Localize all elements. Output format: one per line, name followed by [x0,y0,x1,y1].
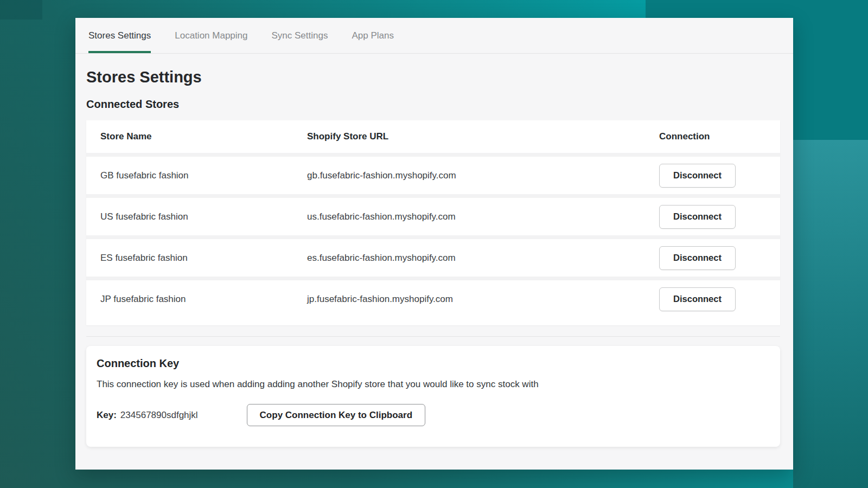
background-block-right [793,140,868,488]
store-name-cell: ES fusefabric fashion [100,253,307,264]
store-name-cell: US fusefabric fashion [100,211,307,222]
row-separator [86,277,780,280]
connection-cell: Disconnect [659,287,780,311]
tab-location-mapping[interactable]: Location Mapping [175,18,247,53]
tab-sync-settings[interactable]: Sync Settings [272,18,328,53]
settings-panel: Stores Settings Location Mapping Sync Se… [75,18,793,470]
tab-stores-settings[interactable]: Stores Settings [88,18,151,53]
table-header-row: Store Name Shopify Store URL Connection [86,120,780,153]
connection-key-title: Connection Key [97,357,769,370]
disconnect-button[interactable]: Disconnect [659,205,736,229]
section-divider [86,336,780,337]
key-label: Key: [97,410,117,421]
connection-cell: Disconnect [659,205,780,229]
table-row: JP fusefabric fashion jp.fusefabric-fash… [86,280,780,318]
section-title-connected-stores: Connected Stores [86,98,780,111]
connected-stores-table: Store Name Shopify Store URL Connection … [86,120,780,325]
store-url-cell: gb.fusefabric-fashion.myshopify.com [307,170,659,181]
disconnect-button[interactable]: Disconnect [659,164,736,188]
tab-content: Stores Settings Connected Stores Store N… [75,54,793,447]
tab-bar: Stores Settings Location Mapping Sync Se… [75,18,793,54]
column-header-store-url: Shopify Store URL [307,131,659,142]
table-row: GB fusefabric fashion gb.fusefabric-fash… [86,157,780,194]
row-separator [86,153,780,157]
store-url-cell: es.fusefabric-fashion.myshopify.com [307,253,659,264]
background-block-top-left [0,0,42,20]
store-url-cell: jp.fusefabric-fashion.myshopify.com [307,294,659,305]
connection-key-row: Key: 234567890sdfghjkl Copy Connection K… [97,404,769,426]
connection-cell: Disconnect [659,246,780,270]
store-name-cell: JP fusefabric fashion [100,294,307,305]
connection-key-description: This connection key is used when adding … [97,379,769,390]
column-header-store-name: Store Name [100,131,307,142]
connection-key-card: Connection Key This connection key is us… [86,346,780,447]
key-value: 234567890sdfghjkl [120,410,198,421]
row-separator [86,194,780,198]
row-separator [86,235,780,239]
table-row: ES fusefabric fashion es.fusefabric-fash… [86,239,780,277]
column-header-connection: Connection [659,131,780,142]
connection-cell: Disconnect [659,164,780,188]
store-url-cell: us.fusefabric-fashion.myshopify.com [307,211,659,222]
store-name-cell: GB fusefabric fashion [100,170,307,181]
table-row: US fusefabric fashion us.fusefabric-fash… [86,198,780,235]
page-title: Stores Settings [86,68,780,86]
disconnect-button[interactable]: Disconnect [659,287,736,311]
disconnect-button[interactable]: Disconnect [659,246,736,270]
tab-app-plans[interactable]: App Plans [352,18,394,53]
copy-connection-key-button[interactable]: Copy Connection Key to Clipboard [247,404,425,426]
